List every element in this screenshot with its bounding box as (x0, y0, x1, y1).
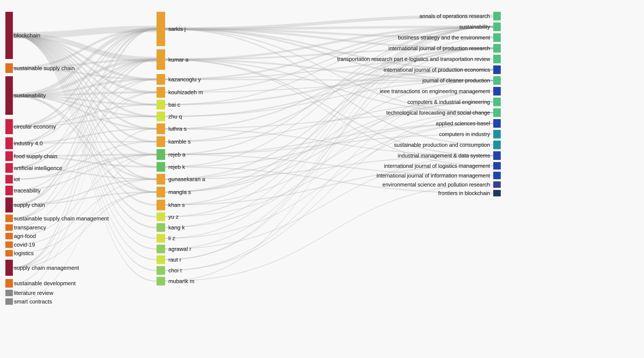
svg-rect-166 (493, 151, 501, 160)
svg-rect-121 (5, 175, 13, 184)
right-node-label: international journal of information man… (376, 173, 490, 179)
mid-node-label: agrawal r (168, 246, 191, 252)
mid-node-label: mubarik m (168, 278, 194, 284)
right-node-label: ieee transactions on engineering managem… (380, 88, 490, 94)
svg-rect-152 (156, 277, 165, 285)
mid-node-label: yu z (168, 214, 179, 220)
svg-rect-170 (493, 190, 501, 196)
svg-rect-127 (5, 241, 13, 248)
mid-node-label: choi t (168, 267, 182, 274)
svg-rect-153 (493, 12, 501, 21)
svg-rect-146 (156, 212, 165, 221)
left-node-label: agri-food (14, 233, 36, 239)
svg-rect-130 (5, 279, 13, 288)
svg-rect-122 (5, 186, 13, 195)
sankey-diagram: blockchainsustainable supply chainsustai… (0, 0, 644, 358)
right-node-label: computers & industrial engineering (408, 99, 490, 105)
svg-rect-136 (156, 87, 165, 98)
svg-rect-141 (156, 149, 165, 160)
mid-node-label: kang k (168, 224, 185, 231)
right-node-label: sustainability (459, 24, 490, 30)
right-node-label: international journal of production econ… (384, 67, 490, 73)
svg-rect-125 (5, 224, 13, 231)
left-node-label: sustainable supply chain management (14, 215, 109, 222)
right-node-label: journal of cleaner production (422, 78, 490, 84)
left-node-label: industry 4.0 (14, 140, 43, 147)
mid-node-label: kazancoglu y (168, 76, 201, 83)
svg-rect-157 (493, 55, 501, 63)
svg-rect-149 (156, 245, 165, 253)
right-node-label: business strategy and the environment (398, 35, 490, 41)
svg-rect-126 (5, 233, 13, 239)
svg-rect-137 (156, 100, 165, 110)
svg-rect-138 (156, 112, 165, 121)
svg-rect-135 (156, 74, 165, 85)
mid-node-label: mangla s (168, 189, 191, 195)
svg-rect-131 (5, 290, 13, 296)
mid-node-label: zhu q (168, 113, 182, 120)
left-node-label: sustainable supply chain (14, 65, 75, 72)
right-node-label: technological forecasting and social cha… (386, 110, 490, 116)
svg-rect-151 (156, 266, 165, 275)
mid-node-label: kumar a (168, 57, 188, 63)
svg-rect-117 (5, 119, 13, 134)
svg-rect-134 (156, 49, 165, 70)
left-node-label: transparency (14, 224, 46, 231)
left-node-label: sustainable development (14, 280, 76, 286)
right-node-label: industrial management & data systems (398, 153, 490, 159)
svg-rect-129 (5, 260, 13, 276)
mid-node-label: kamble s (168, 138, 191, 145)
svg-rect-133 (156, 12, 165, 46)
mid-node-label: rejeb k (168, 164, 185, 170)
svg-rect-154 (493, 23, 501, 31)
right-node-label: environmental science and pollution rese… (382, 182, 490, 188)
svg-rect-147 (156, 223, 165, 232)
svg-rect-124 (5, 215, 13, 222)
svg-rect-143 (156, 174, 165, 185)
svg-rect-150 (156, 255, 165, 264)
sankey-chart: blockchainsustainable supply chainsustai… (0, 0, 644, 358)
svg-rect-145 (156, 200, 165, 210)
left-node-label: sustainability (14, 92, 46, 99)
right-node-label: international journal of production rese… (388, 45, 490, 51)
svg-rect-114 (5, 12, 13, 59)
left-node-label: supply chain (14, 202, 45, 208)
mid-node-label: luthra s (168, 126, 186, 132)
left-node-label: covid-19 (14, 241, 35, 248)
left-node-label: blockchain (14, 32, 40, 39)
svg-rect-167 (493, 162, 501, 170)
svg-rect-164 (493, 130, 501, 138)
left-node-label: supply chain management (14, 265, 79, 271)
mid-node-label: rejeb a (168, 151, 186, 158)
svg-rect-128 (5, 250, 13, 256)
left-node-label: smart contracts (14, 298, 52, 305)
svg-rect-162 (493, 108, 501, 117)
svg-rect-119 (5, 151, 13, 161)
svg-rect-156 (493, 44, 501, 53)
svg-rect-120 (5, 163, 13, 173)
svg-rect-158 (493, 66, 501, 74)
right-node-label: frontiers in blockchain (438, 190, 490, 196)
left-node-label: traceability (14, 187, 40, 194)
svg-rect-123 (5, 197, 13, 212)
svg-rect-155 (493, 33, 501, 42)
right-node-label: annals of operations research (420, 13, 490, 19)
svg-rect-169 (493, 181, 501, 188)
svg-rect-139 (156, 123, 165, 134)
right-node-label: applied sciences-basel (436, 120, 490, 126)
mid-node-label: li z (168, 235, 175, 241)
left-node-label: food supply chain (14, 153, 57, 159)
mid-node-label: sarkis j (168, 26, 186, 32)
left-node-label: circular economy (14, 123, 56, 130)
svg-rect-142 (156, 162, 165, 172)
mid-node-label: gunasekaran a (168, 176, 206, 182)
right-node-label: transportation research part e-logistics… (337, 56, 490, 62)
left-node-label: literature review (14, 290, 54, 296)
svg-rect-115 (5, 63, 13, 73)
svg-rect-161 (493, 98, 501, 106)
svg-rect-168 (493, 172, 501, 179)
left-node-label: iot (14, 176, 20, 182)
svg-rect-148 (156, 234, 165, 242)
left-node-label: logistics (14, 250, 34, 256)
right-node-label: computers in industry (439, 131, 490, 137)
